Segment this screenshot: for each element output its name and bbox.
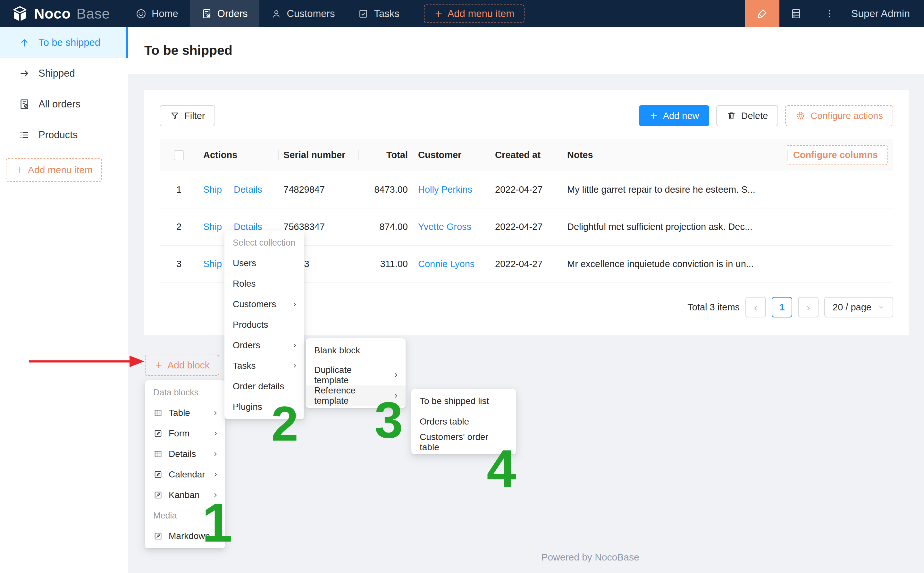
select-all-checkbox[interactable]	[174, 150, 184, 160]
form-edit-icon	[153, 490, 163, 500]
nav-add-menu-item-label: Add menu item	[447, 8, 514, 20]
header-total: Total	[358, 150, 413, 160]
menu-item-label: Orders	[233, 340, 286, 351]
page-title: To be shipped	[144, 43, 233, 58]
menu-divider	[306, 363, 406, 363]
configure-actions-label: Configure actions	[810, 111, 883, 121]
red-annotation-arrow	[27, 353, 146, 371]
page-1-button[interactable]: 1	[772, 297, 792, 318]
table-grid-icon	[153, 408, 163, 418]
sidebar-item-to-be-shipped[interactable]: To be shipped	[0, 27, 128, 58]
customer-link[interactable]: Holly Perkins	[418, 185, 472, 195]
page-size-select[interactable]: 20 / page	[824, 297, 893, 318]
user-menu[interactable]: Super Admin	[846, 8, 924, 20]
table-header-row: Actions Serial number Total Customer Cre…	[159, 139, 893, 171]
menu-item-users[interactable]: Users	[224, 253, 304, 274]
nav-item-customers[interactable]: Customers	[260, 0, 347, 27]
chevron-down-icon	[878, 304, 885, 311]
chevron-right-icon: ›	[806, 301, 810, 313]
nav-item-tasks[interactable]: Tasks	[346, 0, 411, 27]
page-header: To be shipped	[128, 27, 924, 74]
arrow-up-icon	[19, 37, 30, 49]
nocobase-cube-icon	[11, 5, 28, 22]
header-checkbox-cell	[159, 150, 198, 160]
menu-item-label: Roles	[233, 279, 298, 289]
ship-link[interactable]: Ship	[203, 259, 222, 269]
menu-item-label: To be shipped list	[420, 396, 510, 406]
prev-page-button[interactable]: ‹	[746, 297, 766, 318]
menu-item-order-details[interactable]: Order details	[224, 376, 304, 397]
gear-icon	[787, 150, 788, 160]
row-index: 2	[159, 222, 198, 232]
brand-text-light: Base	[77, 5, 110, 22]
menu-item-roles[interactable]: Roles	[224, 274, 304, 294]
add-block-button[interactable]: Add block	[145, 355, 219, 376]
menu-item-to-be-shipped-list[interactable]: To be shipped list	[411, 391, 516, 412]
ui-editor-button[interactable]	[745, 0, 779, 27]
menu-item-products[interactable]: Products	[224, 315, 304, 335]
header-created-at: Created at	[490, 150, 562, 160]
row-index: 3	[159, 259, 198, 269]
highlighter-pen-icon	[756, 7, 769, 20]
table-toolbar: Filter Add new Delete	[159, 105, 893, 126]
sidebar-item-all-orders[interactable]: All orders	[0, 89, 128, 120]
menu-item-orders[interactable]: Orders	[224, 335, 304, 355]
nav-item-label: Customers	[287, 8, 335, 20]
details-link[interactable]: Details	[234, 185, 262, 195]
sidebar-item-products[interactable]: Products	[0, 120, 128, 150]
menu-item-table[interactable]: Table	[145, 403, 225, 423]
nav-add-menu-item-button[interactable]: Add menu item	[424, 5, 525, 23]
nocobase-logo[interactable]: NocoBase	[0, 5, 124, 22]
created-at-cell: 2022-04-27	[490, 222, 562, 232]
chevron-right-icon	[291, 301, 298, 307]
menu-item-blank-block[interactable]: Blank block	[306, 340, 406, 361]
plus-icon	[155, 361, 163, 369]
menu-item-label: Customers	[233, 299, 286, 309]
menu-item-label: Order details	[233, 381, 298, 391]
chevron-right-icon	[393, 372, 399, 378]
menu-item-label: Tasks	[233, 361, 286, 371]
configure-columns-button[interactable]: Configure columns	[787, 145, 888, 165]
ship-link[interactable]: Ship	[203, 185, 222, 195]
topbar: NocoBase Home O	[0, 0, 924, 27]
form-edit-icon	[153, 429, 163, 438]
plus-icon	[649, 111, 658, 120]
total-cell: 311.00	[358, 259, 413, 269]
menu-item-calendar[interactable]: Calendar	[145, 464, 225, 485]
chevron-right-icon	[212, 451, 219, 457]
menu-item-label: Blank block	[314, 345, 399, 355]
notes-cell: Mr excellence inquietude conviction is i…	[562, 259, 787, 269]
filter-button[interactable]: Filter	[159, 105, 215, 126]
filter-label: Filter	[184, 111, 205, 121]
pagination-total: Total 3 items	[687, 302, 740, 313]
customer-link[interactable]: Yvette Gross	[418, 222, 471, 232]
sidebar-item-shipped[interactable]: Shipped	[0, 58, 128, 89]
nav-item-orders[interactable]: Orders	[190, 0, 260, 27]
nav-item-home[interactable]: Home	[124, 0, 190, 27]
menu-item-tasks[interactable]: Tasks	[224, 355, 304, 376]
orders-file-icon	[201, 8, 212, 19]
menu-item-details[interactable]: Details	[145, 444, 225, 464]
top-nav: Home Orders Customers	[124, 0, 525, 27]
menu-item-customers[interactable]: Customers	[224, 294, 304, 315]
menu-item-orders-table[interactable]: Orders table	[411, 412, 516, 432]
sidebar-add-menu-item-button[interactable]: Add menu item	[6, 158, 102, 182]
add-new-button[interactable]: Add new	[639, 105, 710, 126]
customer-link[interactable]: Connie Lyons	[418, 259, 475, 269]
database-button[interactable]	[779, 0, 813, 27]
add-new-label: Add new	[663, 111, 699, 121]
sidebar: To be shipped Shipped All orders	[0, 27, 128, 573]
delete-button[interactable]: Delete	[716, 105, 778, 126]
menu-item-form[interactable]: Form	[145, 423, 225, 444]
table-row: 1 Ship Details 74829847 8473.00 Holly Pe…	[159, 171, 893, 208]
menu-item-label: Calendar	[169, 470, 206, 480]
ship-link[interactable]: Ship	[203, 222, 222, 232]
total-cell: 8473.00	[358, 185, 413, 195]
sidebar-item-label: To be shipped	[39, 37, 100, 49]
next-page-button[interactable]: ›	[798, 297, 819, 318]
menu-item-duplicate-template[interactable]: Duplicate template	[306, 365, 406, 385]
menu-item-label: Details	[169, 449, 206, 459]
annotation-step-2: 2	[271, 399, 299, 448]
configure-actions-button[interactable]: Configure actions	[785, 105, 893, 126]
more-menu-button[interactable]	[813, 0, 846, 27]
